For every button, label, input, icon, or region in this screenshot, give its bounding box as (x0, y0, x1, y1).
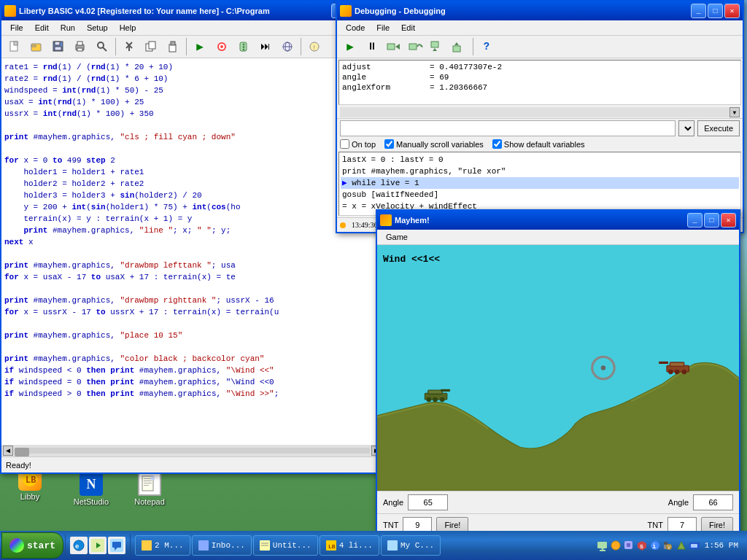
search-btn[interactable] (92, 37, 112, 56)
taskbar-item-2[interactable]: Untit... (253, 535, 318, 556)
svg-point-49 (668, 370, 673, 375)
left-angle-input[interactable] (408, 494, 448, 510)
debug-btn[interactable] (233, 37, 254, 56)
debug-command-dropdown[interactable] (678, 120, 694, 136)
debug-code-panel[interactable]: lastX = 0 : lastY = 0 print #mayhem.grap… (338, 152, 741, 216)
cut-btn[interactable] (119, 37, 139, 56)
lb-menubar: File Edit Run Setup Help (1, 20, 383, 36)
taskbar-item-3[interactable]: LB 4 li... (320, 535, 379, 556)
quick-launch: e (70, 537, 125, 554)
ql-media[interactable] (89, 537, 107, 554)
debug-step-btn[interactable] (384, 37, 404, 56)
debug-ontop-option[interactable]: On top (340, 139, 376, 149)
extra-btn[interactable]: ! (304, 37, 325, 56)
left-angle-label: Angle (383, 498, 403, 507)
svg-rect-58 (144, 485, 149, 486)
svg-rect-31 (387, 44, 395, 50)
debug-manualscroll-checkbox[interactable] (384, 139, 394, 149)
run-btn[interactable]: ▶ (190, 37, 210, 56)
debug-scroll-track[interactable]: ▼ (340, 107, 740, 117)
new-btn[interactable] (4, 37, 25, 56)
stop-btn[interactable] (212, 37, 232, 56)
debug-scroll-down[interactable]: ▼ (729, 107, 740, 117)
tray-icons: S i V (597, 540, 700, 551)
svg-rect-56 (144, 481, 152, 481)
svg-rect-47 (670, 362, 684, 366)
right-tnt-label: TNT (648, 521, 663, 529)
debug-manualscroll-option[interactable]: Manually scroll variables (384, 139, 484, 149)
debug-run-btn[interactable]: ▶ (340, 37, 360, 56)
svg-rect-9 (77, 42, 82, 45)
tray-icon-4: S (636, 540, 648, 551)
start-button[interactable]: start (1, 532, 63, 559)
taskbar-item-label-2: Untit... (273, 541, 311, 550)
liberty-basic-window: Liberty BASIC v4.02 [Registered to: Your… (0, 0, 384, 474)
debug-execute-btn[interactable]: Execute (697, 120, 740, 136)
debug-showdefault-option[interactable]: Show default variables (492, 139, 585, 149)
svg-marker-37 (454, 42, 459, 45)
mayhem-game-area: Wind <<1<< (377, 245, 739, 491)
mayhem-menubar: Game (377, 230, 739, 245)
lb-menu-help[interactable]: Help (114, 22, 142, 34)
paste-btn[interactable] (163, 37, 183, 56)
svg-point-21 (220, 44, 224, 49)
ql-ie[interactable]: e (70, 537, 88, 554)
taskbar-item-0[interactable]: 2 M... (135, 535, 190, 556)
svg-rect-35 (431, 42, 438, 47)
mayhem-maximize-btn[interactable]: □ (704, 213, 719, 228)
code-editor[interactable]: rate1 = rnd(1) / (rnd(1) * 20 + 10)rate2… (1, 58, 383, 445)
mayhem-close-btn[interactable]: ✕ (721, 213, 736, 228)
ql-messenger[interactable] (108, 537, 125, 554)
network-btn[interactable] (277, 37, 298, 56)
svg-point-24 (243, 46, 245, 48)
print-btn[interactable] (70, 37, 90, 56)
svg-rect-17 (149, 42, 155, 49)
lb-menu-edit[interactable]: Edit (29, 22, 55, 34)
svg-rect-6 (55, 42, 60, 45)
notepad-label: Notepad (134, 497, 165, 506)
debug-out-btn[interactable] (449, 37, 470, 56)
mayhem-menu-game[interactable]: Game (380, 231, 414, 243)
mayhem-window-controls: _ □ ✕ (687, 213, 736, 228)
debug-showdefault-checkbox[interactable] (492, 139, 502, 149)
right-angle-input[interactable] (693, 494, 733, 510)
debug-minimize-btn[interactable]: _ (691, 4, 706, 18)
debug-menu-code[interactable]: Code (340, 22, 371, 34)
desktop-icon-netstudio[interactable]: N NetStudio (66, 472, 117, 506)
desktop-icon-notepad[interactable]: Notepad (124, 472, 175, 506)
mayhem-titlebar: Mayhem! _ □ ✕ (377, 211, 739, 230)
mayhem-minimize-btn[interactable]: _ (687, 213, 703, 228)
debug-over-btn[interactable] (406, 37, 426, 56)
mayhem-window: Mayhem! _ □ ✕ Game Wind <<1<< (376, 209, 740, 537)
debug-close-btn[interactable]: ✕ (724, 4, 740, 18)
svg-marker-36 (433, 48, 437, 51)
svg-point-23 (243, 44, 245, 46)
taskbar-item-4[interactable]: My C... (381, 535, 441, 556)
save-btn[interactable] (48, 37, 69, 56)
svg-point-79 (611, 541, 620, 550)
debug-menu-edit[interactable]: Edit (395, 22, 421, 34)
debug-command-input[interactable] (340, 120, 676, 136)
debug-pause-btn[interactable]: ⏸ (362, 37, 382, 56)
debug-help-btn[interactable]: ? (476, 37, 497, 56)
lb-menu-file[interactable]: File (4, 22, 29, 34)
variable-list[interactable]: adjust= 0.40177307e-2angle= 69angleXform… (338, 60, 741, 105)
taskbar-item-1[interactable]: Inbo... (192, 535, 252, 556)
svg-rect-48 (659, 362, 668, 364)
debug-in-btn[interactable] (427, 37, 448, 56)
debug-menubar: Code File Edit (337, 20, 743, 36)
scroll-thumb[interactable] (15, 448, 29, 456)
tray-icon-7 (676, 540, 687, 551)
lb-menu-run[interactable]: Run (55, 22, 81, 34)
open-btn[interactable] (26, 37, 47, 56)
debug-maximize-btn[interactable]: □ (708, 4, 723, 18)
copy-btn[interactable] (141, 37, 161, 56)
horizontal-scrollbar[interactable]: ◀ ▶ (1, 445, 383, 456)
tray-icon-1 (597, 540, 608, 551)
debug-ontop-checkbox[interactable] (340, 139, 349, 149)
scroll-left-btn[interactable]: ◀ (3, 446, 13, 456)
step-btn[interactable]: ⏭ (255, 37, 276, 56)
svg-rect-41 (428, 390, 443, 394)
lb-menu-setup[interactable]: Setup (81, 22, 114, 34)
debug-menu-file[interactable]: File (371, 22, 395, 34)
